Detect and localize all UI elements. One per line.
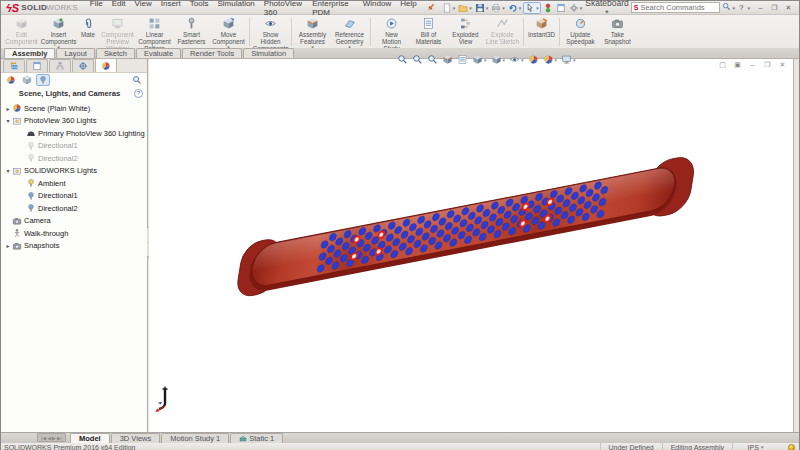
take-snapshot-button[interactable]: Take Snapshot <box>599 16 636 48</box>
view-decals-button[interactable] <box>20 74 34 86</box>
search-dropdown-icon[interactable]: ▾ <box>733 5 736 11</box>
insert-components-button[interactable]: Insert Components▾ <box>40 16 77 48</box>
apply-scene-button[interactable]: ▾ <box>542 54 559 65</box>
panel-help-icon[interactable]: ? <box>134 89 143 98</box>
doc-minimize-button[interactable]: – <box>746 59 759 70</box>
expand-collapsed-icon[interactable]: ▸ <box>4 105 12 112</box>
study-tab-3d-views[interactable]: 3D Views <box>111 433 161 443</box>
annotation-views-button[interactable] <box>456 54 469 65</box>
cursor-icon <box>525 3 535 13</box>
linear-component-pattern-button[interactable]: Linear Component Pattern▾ <box>136 16 173 48</box>
print-button[interactable]: ▾ <box>490 3 506 13</box>
search-input[interactable] <box>640 3 710 12</box>
section-view-button[interactable] <box>441 54 454 65</box>
options-button[interactable]: ▾ <box>568 3 584 13</box>
tab-layout[interactable]: Layout <box>56 48 95 58</box>
edit-appearance-button[interactable] <box>527 54 540 65</box>
tree-item-camera[interactable]: Camera <box>1 215 147 228</box>
tab-sketch[interactable]: Sketch <box>96 48 135 58</box>
tab-nav-0[interactable]: |◀ <box>41 435 46 441</box>
manager-tab-dimxpertmanager[interactable] <box>72 59 94 72</box>
zoom-fit-button[interactable] <box>396 54 409 65</box>
help-dropdown-icon[interactable]: ▾ <box>747 5 750 11</box>
study-tab-model[interactable]: Model <box>70 433 110 443</box>
view-scene-lights-cameras-button[interactable] <box>36 74 50 86</box>
doc-restore-button[interactable]: ❐ <box>761 59 774 70</box>
expand-expanded-icon[interactable]: ▾ <box>4 117 12 124</box>
tree-item-directional1[interactable]: Directional1 <box>1 190 147 203</box>
select-button[interactable]: ▾ <box>523 2 541 14</box>
restore-button[interactable]: ❐ <box>768 2 781 13</box>
doc-close-button[interactable]: ✕ <box>776 59 789 70</box>
new-button[interactable]: ▾ <box>441 3 457 13</box>
tree-item-scene-plain-white-[interactable]: ▸ Scene (Plain White) <box>1 102 147 115</box>
units-selector[interactable]: IPS ▾ <box>732 443 778 450</box>
rebuild-button[interactable] <box>542 3 554 13</box>
tab-assembly[interactable]: Assembly <box>4 48 55 58</box>
study-tab-motion-study-1[interactable]: Motion Study 1 <box>161 433 229 443</box>
search-box[interactable]: S <box>631 2 720 13</box>
manager-tab-featuremanager[interactable] <box>3 59 25 72</box>
tree-item-photoview-360-lights[interactable]: ▾PhotoView 360 Lights <box>1 115 147 128</box>
hide-show-items-button[interactable]: ▾ <box>508 54 525 65</box>
filter-button[interactable] <box>130 74 144 86</box>
tab-render-tools[interactable]: Render Tools <box>182 48 242 58</box>
skateboard-deck <box>235 154 697 299</box>
view-appearances-button[interactable] <box>4 74 18 86</box>
minimize-button[interactable]: – <box>754 2 767 13</box>
reference-geometry-button[interactable]: Reference Geometry▾ <box>331 16 368 48</box>
help-button[interactable]: ? <box>737 3 745 12</box>
assembly-features-button[interactable]: Assembly Features▾ <box>294 16 331 48</box>
mate-button[interactable]: Mate <box>77 16 99 48</box>
tree-item-directional1[interactable]: Directional1 <box>1 140 147 153</box>
file-properties-button[interactable] <box>555 3 567 13</box>
save-button[interactable]: ▾ <box>474 3 490 13</box>
tab-navigation-buttons[interactable]: |◀◀▶▶| <box>37 433 66 442</box>
expand-collapsed-icon[interactable]: ▸ <box>4 242 12 249</box>
tree-item-label: Directional1 <box>38 191 78 200</box>
tree-item-walk-through[interactable]: Walk-through <box>1 227 147 240</box>
show-hidden-components-button[interactable]: Show Hidden Components <box>252 16 289 48</box>
search-magnifier-icon[interactable] <box>722 2 731 13</box>
pin-icon[interactable] <box>426 2 436 14</box>
new-motion-study-button[interactable]: New Motion Study <box>373 16 410 48</box>
bill-of-materials-button[interactable]: Bill of Materials <box>410 16 447 48</box>
display-style-button[interactable]: ▾ <box>490 54 507 65</box>
tree-item-primary-photoview-360-lighting[interactable]: Primary PhotoView 360 Lighting <box>1 127 147 140</box>
manager-tab-displaymanager[interactable] <box>95 58 117 72</box>
study-tab-static-1[interactable]: Static 1 <box>230 433 283 443</box>
tree-item-directional2[interactable]: Directional2 <box>1 202 147 215</box>
doc-tile-button[interactable]: ▣ <box>731 59 744 70</box>
document-window-controls: ▢▣–❐✕ <box>716 59 789 70</box>
tab-nav-2[interactable]: ▶ <box>52 435 56 441</box>
doc-cascade-button[interactable]: ▢ <box>716 59 729 70</box>
tab-evaluate[interactable]: Evaluate <box>136 48 181 58</box>
tree-item-solidworks-lights[interactable]: ▾SOLIDWORKS Lights <box>1 165 147 178</box>
tab-nav-1[interactable]: ◀ <box>47 435 51 441</box>
expand-expanded-icon[interactable]: ▾ <box>4 167 12 174</box>
folder-icon <box>458 3 468 13</box>
close-button[interactable]: ✕ <box>782 2 795 13</box>
zoom-area-button[interactable] <box>411 54 424 65</box>
exploded-view-button[interactable]: Exploded View <box>447 16 484 48</box>
instant3d-button[interactable]: Instant3D <box>526 16 557 48</box>
tree-item-snapshots[interactable]: ▸Snapshots <box>1 240 147 253</box>
tree-item-ambient[interactable]: Ambient <box>1 177 147 190</box>
manager-tab-propertymanager[interactable] <box>26 59 48 72</box>
previous-view-button[interactable] <box>426 54 439 65</box>
smart-fasteners-button[interactable]: Smart Fasteners <box>173 16 210 48</box>
skateboard-model[interactable] <box>149 59 797 433</box>
open-button[interactable]: ▾ <box>457 3 473 13</box>
undo-button[interactable]: ▾ <box>507 3 523 13</box>
command-manager-ribbon: Edit ComponentInsert Components▾MateComp… <box>1 15 799 48</box>
graphics-area[interactable]: ▾▾▾ ▾▾ ▢▣–❐✕ <box>149 59 797 433</box>
view-orientation-button[interactable]: ▾ <box>471 54 488 65</box>
units-dropdown-icon: ▾ <box>761 444 764 450</box>
tab-simulation[interactable]: Simulation <box>243 48 294 58</box>
tab-nav-3[interactable]: ▶| <box>57 435 62 441</box>
view-settings-button[interactable]: ▾ <box>560 54 577 65</box>
tree-item-directional2[interactable]: Directional2 <box>1 152 147 165</box>
move-component-button[interactable]: Move Component▾ <box>210 16 247 48</box>
manager-tab-configurationmanager[interactable] <box>49 59 71 72</box>
update-speedpak-button[interactable]: Update Speedpak <box>562 16 599 48</box>
